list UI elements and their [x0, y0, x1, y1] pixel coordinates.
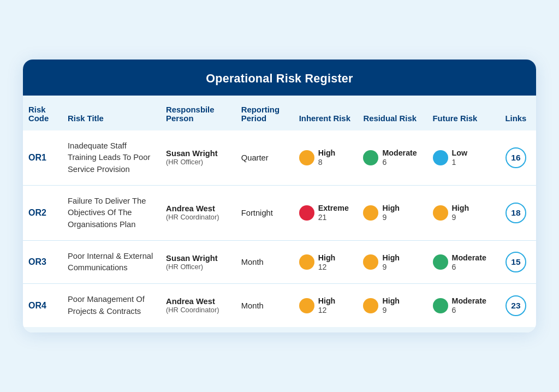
- cell-code: OR1: [23, 130, 62, 185]
- future-dot: [433, 298, 448, 313]
- inherent-info: Extreme 21: [318, 204, 349, 222]
- links-badge[interactable]: 15: [506, 252, 526, 272]
- cell-code: OR3: [23, 240, 62, 284]
- table-row: OR4 Poor Management Of Projects & Contra…: [23, 284, 536, 327]
- cell-person: Susan Wright (HR Officer): [160, 130, 236, 185]
- person-role: (HR Coordinator): [166, 306, 230, 314]
- future-badge: Moderate 6: [433, 253, 490, 271]
- cell-future: Moderate 6: [427, 240, 496, 284]
- cell-person: Andrea West (HR Coordinator): [160, 185, 236, 240]
- residual-label: High: [382, 296, 400, 306]
- future-num: 6: [452, 306, 486, 314]
- inherent-info: High 12: [318, 253, 336, 271]
- future-badge: Moderate 6: [433, 296, 490, 314]
- cell-residual: Moderate 6: [358, 130, 427, 185]
- cell-links: 16: [496, 130, 536, 185]
- risk-title: Failure To Deliver The Objectives Of The…: [68, 197, 146, 229]
- future-label: Low: [452, 149, 467, 158]
- inherent-dot: [299, 205, 314, 221]
- residual-badge: Moderate 6: [363, 149, 421, 167]
- inherent-num: 12: [318, 306, 336, 314]
- person-role: (HR Officer): [166, 263, 230, 271]
- cell-period: Month: [236, 284, 294, 327]
- future-num: 6: [452, 263, 486, 271]
- risk-title: Poor Internal & External Communications: [68, 252, 153, 272]
- future-badge: High 9: [433, 204, 490, 222]
- card-header: Operational Risk Register: [23, 60, 536, 96]
- cell-code: OR2: [23, 185, 62, 240]
- person-role: (HR Officer): [166, 158, 230, 166]
- residual-dot: [363, 254, 378, 270]
- future-info: Low 1: [452, 149, 467, 167]
- inherent-badge: High 12: [299, 253, 353, 271]
- residual-num: 9: [382, 306, 400, 314]
- cell-links: 18: [496, 185, 536, 240]
- col-header-links: Links: [496, 96, 536, 130]
- risk-code: OR4: [28, 301, 46, 310]
- inherent-label: High: [318, 149, 336, 158]
- person-name: Susan Wright: [166, 254, 230, 263]
- future-info: High 9: [452, 204, 469, 222]
- risk-title: Poor Management Of Projects & Contracts: [68, 295, 145, 315]
- residual-dot: [363, 205, 378, 221]
- person-role: (HR Coordinator): [166, 213, 230, 221]
- cell-code: OR4: [23, 284, 62, 327]
- residual-badge: High 9: [363, 204, 421, 222]
- residual-info: High 9: [382, 253, 400, 271]
- col-header-inherent: Inherent Risk: [294, 96, 358, 130]
- links-badge[interactable]: 16: [506, 147, 526, 168]
- cell-title: Inadequate Staff Training Leads To Poor …: [62, 130, 160, 185]
- col-header-title: Risk Title: [62, 96, 160, 130]
- cell-period: Quarter: [236, 130, 294, 185]
- inherent-dot: [299, 254, 314, 270]
- risk-title: Inadequate Staff Training Leads To Poor …: [68, 141, 150, 174]
- risk-table: Risk Code Risk Title Responsbile Person …: [23, 96, 536, 327]
- reporting-period: Fortnight: [241, 209, 273, 217]
- cell-inherent: High 8: [294, 130, 358, 185]
- table-row: OR3 Poor Internal & External Communicati…: [23, 240, 536, 284]
- col-header-residual: Residual Risk: [358, 96, 427, 130]
- inherent-info: High 12: [318, 296, 336, 314]
- inherent-label: High: [318, 253, 336, 263]
- col-header-period: Reporting Period: [236, 96, 294, 130]
- residual-num: 6: [382, 158, 417, 167]
- inherent-badge: High 8: [299, 149, 353, 167]
- inherent-dot: [299, 150, 314, 165]
- cell-title: Failure To Deliver The Objectives Of The…: [62, 185, 160, 240]
- future-info: Moderate 6: [452, 296, 486, 314]
- person-name: Susan Wright: [166, 149, 230, 158]
- inherent-info: High 8: [318, 149, 336, 167]
- col-header-person: Responsbile Person: [160, 96, 236, 130]
- residual-dot: [363, 150, 378, 165]
- cell-residual: High 9: [358, 284, 427, 327]
- future-dot: [433, 254, 448, 270]
- future-info: Moderate 6: [452, 253, 486, 271]
- risk-code: OR1: [28, 153, 46, 162]
- residual-badge: High 9: [363, 253, 421, 271]
- cell-links: 15: [496, 240, 536, 284]
- cell-inherent: Extreme 21: [294, 185, 358, 240]
- inherent-badge: Extreme 21: [299, 204, 353, 222]
- residual-info: High 9: [382, 296, 400, 314]
- cell-inherent: High 12: [294, 284, 358, 327]
- future-dot: [433, 205, 448, 221]
- cell-links: 23: [496, 284, 536, 327]
- cell-period: Fortnight: [236, 185, 294, 240]
- links-badge[interactable]: 23: [506, 295, 526, 316]
- future-label: High: [452, 204, 469, 213]
- residual-num: 9: [382, 213, 400, 222]
- risk-register-card: Operational Risk Register Risk Code Risk…: [23, 60, 536, 332]
- future-label: Moderate: [452, 253, 486, 263]
- cell-future: Moderate 6: [427, 284, 496, 327]
- links-badge[interactable]: 18: [506, 203, 526, 223]
- inherent-num: 8: [318, 158, 336, 167]
- cell-person: Andrea West (HR Coordinator): [160, 284, 236, 327]
- cell-future: High 9: [427, 185, 496, 240]
- table-header-row: Risk Code Risk Title Responsbile Person …: [23, 96, 536, 130]
- risk-code: OR3: [28, 257, 46, 266]
- reporting-period: Quarter: [241, 153, 269, 162]
- table-wrapper: Risk Code Risk Title Responsbile Person …: [23, 96, 536, 332]
- residual-info: High 9: [382, 204, 400, 222]
- inherent-label: High: [318, 296, 336, 306]
- residual-dot: [363, 298, 378, 313]
